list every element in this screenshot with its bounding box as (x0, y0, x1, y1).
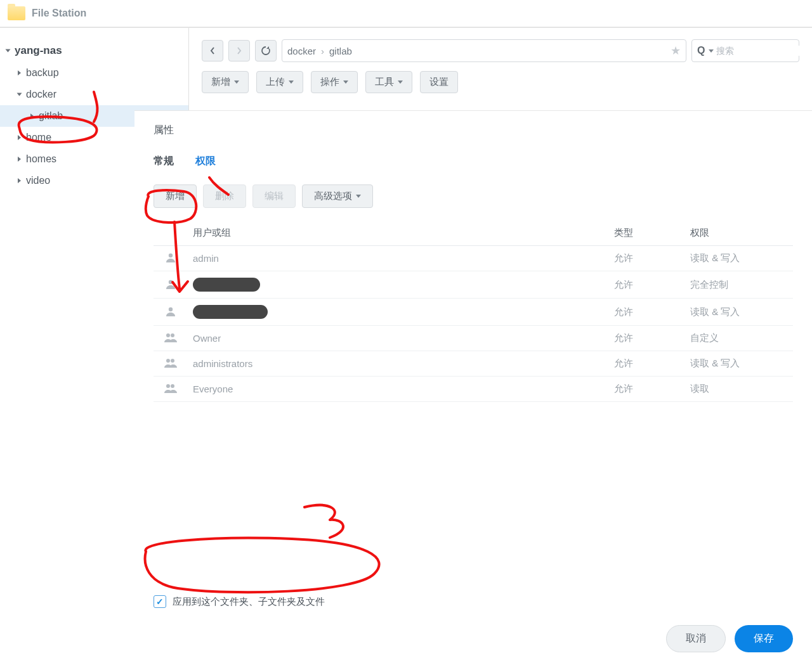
col-type: 类型 (609, 221, 685, 246)
perm-type: 允许 (609, 246, 685, 271)
back-button[interactable] (202, 40, 223, 61)
refresh-icon (261, 46, 271, 56)
save-button[interactable]: 保存 (735, 625, 793, 652)
perm-value: 完全控制 (685, 271, 793, 299)
svg-point-2 (169, 307, 173, 311)
button-label: 高级选项 (314, 190, 352, 202)
page-title: File Station (32, 8, 86, 19)
sidebar-item-label: video (26, 175, 50, 186)
perm-type: 允许 (609, 377, 685, 402)
sidebar-root-label: yang-nas (15, 44, 62, 57)
perm-value: 读取 & 写入 (685, 246, 793, 271)
perm-value: 读取 & 写入 (685, 351, 793, 377)
button-label: 设置 (429, 76, 449, 88)
upload-button[interactable]: 上传 (256, 71, 303, 93)
perm-value: 自定义 (685, 326, 793, 351)
button-label: 编辑 (265, 190, 284, 202)
group-icon (154, 326, 188, 351)
tab-permissions[interactable]: 权限 (195, 155, 216, 168)
action-button[interactable]: 操作 (311, 71, 358, 93)
sidebar-item-docker[interactable]: docker (0, 84, 188, 105)
perm-value: 读取 & 写入 (685, 299, 793, 326)
chevron-right-icon (18, 70, 21, 75)
sidebar-item-backup[interactable]: backup (0, 62, 188, 84)
chevron-down-icon (398, 81, 403, 84)
perm-type: 允许 (609, 326, 685, 351)
button-label: 新增 (166, 190, 185, 202)
perm-user-name (188, 271, 609, 299)
table-row[interactable]: Owner允许自定义 (154, 326, 793, 351)
check-icon: ✓ (156, 597, 164, 607)
dialog-title: 属性 (154, 124, 793, 137)
perm-user-name: Owner (188, 326, 609, 351)
chevron-left-icon (209, 46, 216, 55)
button-label: 上传 (266, 76, 285, 88)
svg-point-8 (171, 384, 174, 388)
table-row[interactable]: Everyone允许读取 (154, 377, 793, 402)
button-label: 操作 (320, 76, 339, 88)
sidebar-item-label: gitlab (39, 110, 63, 122)
table-row[interactable]: administrators允许读取 & 写入 (154, 351, 793, 377)
group-icon (154, 377, 188, 402)
chevron-down-icon (6, 49, 11, 53)
search-input[interactable] (716, 46, 812, 56)
svg-point-6 (171, 359, 174, 363)
perm-edit-button[interactable]: 编辑 (252, 184, 296, 208)
perm-user-name (188, 299, 609, 326)
perm-user-name: admin (188, 246, 609, 271)
tab-general[interactable]: 常规 (154, 155, 174, 168)
tools-button[interactable]: 工具 (365, 71, 412, 93)
chevron-right-icon: › (321, 46, 324, 56)
user-icon (154, 246, 188, 271)
table-row[interactable]: 允许读取 & 写入 (154, 299, 793, 326)
group-icon (154, 351, 188, 377)
cancel-button[interactable]: 取消 (666, 625, 726, 652)
chevron-down-icon (234, 81, 239, 84)
dialog-actions: 取消 保存 (666, 625, 793, 652)
col-perm: 权限 (685, 221, 793, 246)
star-icon[interactable]: ★ (671, 44, 681, 58)
chevron-right-icon (18, 157, 21, 162)
perm-delete-button[interactable]: 删除 (203, 184, 246, 208)
perm-advanced-button[interactable]: 高级选项 (302, 184, 373, 208)
svg-point-3 (166, 333, 170, 337)
redacted-name (193, 278, 260, 292)
apply-recursive-row: ✓ 应用到这个文件夹、子文件夹及文件 (154, 595, 325, 608)
titlebar: File Station (0, 0, 812, 27)
forward-button[interactable] (228, 40, 250, 61)
svg-point-1 (169, 280, 173, 283)
action-toolbar: 新增 上传 操作 工具 设置 (202, 71, 799, 93)
sidebar-item-label: home (26, 132, 51, 143)
svg-point-4 (171, 333, 174, 337)
search-icon: Q (697, 45, 705, 56)
new-button[interactable]: 新增 (202, 71, 249, 93)
apply-recursive-checkbox[interactable]: ✓ (154, 595, 166, 608)
svg-point-0 (169, 254, 173, 257)
table-row[interactable]: 允许完全控制 (154, 271, 793, 299)
perm-user-name: Everyone (188, 377, 609, 402)
breadcrumb-part: gitlab (329, 46, 352, 56)
sidebar-item-label: homes (26, 153, 56, 165)
chevron-right-icon (18, 178, 21, 183)
chevron-down-icon (709, 49, 714, 53)
perm-user-name: administrators (188, 351, 609, 377)
chevron-right-icon (18, 135, 21, 140)
perm-type: 允许 (609, 351, 685, 377)
settings-button[interactable]: 设置 (420, 71, 458, 93)
button-label: 工具 (375, 76, 394, 88)
col-user: 用户或组 (188, 221, 609, 246)
button-label: 删除 (215, 190, 234, 202)
perm-type: 允许 (609, 271, 685, 299)
sidebar-root[interactable]: yang-nas (0, 39, 188, 62)
perm-value: 读取 (685, 377, 793, 402)
sidebar-item-label: backup (26, 67, 59, 79)
chevron-down-icon (343, 81, 348, 84)
chevron-down-icon (17, 93, 22, 96)
perm-new-button[interactable]: 新增 (154, 184, 197, 208)
breadcrumb[interactable]: docker › gitlab ★ (282, 39, 686, 62)
refresh-button[interactable] (255, 40, 277, 61)
permissions-toolbar: 新增 删除 编辑 高级选项 (154, 184, 793, 208)
search-box[interactable]: Q (691, 39, 799, 62)
folder-icon (8, 6, 25, 20)
table-row[interactable]: admin允许读取 & 写入 (154, 246, 793, 271)
